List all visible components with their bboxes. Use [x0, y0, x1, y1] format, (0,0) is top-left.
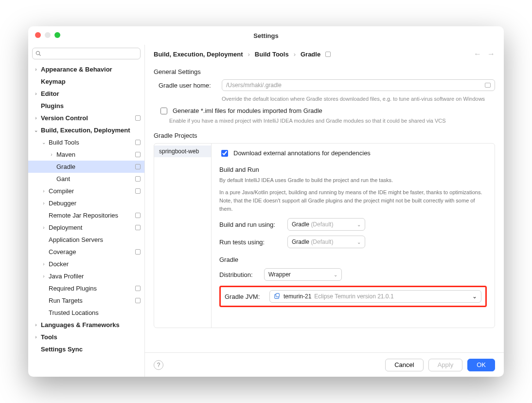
build-using-suffix: (Default) [311, 221, 333, 228]
gradle-projects-title: Gradle Projects [154, 132, 495, 139]
chevron-down-icon: ⌄ [357, 222, 361, 227]
sidebar-item-label: Settings Sync [41, 346, 141, 353]
project-list[interactable]: springboot-web [154, 144, 212, 328]
sidebar-item-version-control[interactable]: ›Version Control [28, 112, 144, 124]
sidebar-item-trusted-locations[interactable]: Trusted Locations [28, 307, 144, 319]
settings-sidebar: ›Appearance & BehaviorKeymap›EditorPlugi… [28, 45, 145, 377]
distribution-select[interactable]: Wrapper ⌄ [264, 268, 342, 281]
chevron-down-icon: ⌄ [357, 239, 361, 245]
sidebar-item-coverage[interactable]: Coverage [28, 246, 144, 258]
generate-iml-hint: Enable if you have a mixed project with … [154, 116, 495, 125]
breadcrumb-1[interactable]: Build Tools [255, 51, 289, 58]
chevron-icon: › [33, 334, 39, 340]
chevron-icon: › [41, 274, 47, 279]
apply-button[interactable]: Apply [428, 359, 463, 371]
folder-icon[interactable] [485, 83, 491, 88]
minimize-icon[interactable] [45, 32, 51, 38]
general-settings-title: General Settings [154, 68, 495, 75]
sidebar-item-settings-sync[interactable]: Settings Sync [28, 343, 144, 355]
distribution-value: Wrapper [268, 271, 291, 278]
sidebar-item-gant[interactable]: Gant [28, 173, 144, 185]
sidebar-item-label: Coverage [49, 248, 135, 256]
scope-icon [135, 213, 141, 218]
sidebar-item-deployment[interactable]: ›Deployment [28, 221, 144, 234]
window-controls [35, 32, 60, 38]
build-using-select[interactable]: Gradle (Default) ⌄ [287, 218, 365, 231]
scope-icon [135, 225, 141, 230]
sidebar-item-maven[interactable]: ›Maven [28, 148, 144, 161]
sidebar-item-tools[interactable]: ›Tools [28, 331, 144, 343]
sidebar-item-keymap[interactable]: Keymap [28, 75, 144, 88]
chevron-down-icon: ⌄ [334, 272, 337, 277]
download-annotations-checkbox[interactable] [221, 150, 228, 157]
gradle-user-home-input[interactable]: /Users/mrhaki/.gradle [222, 79, 495, 91]
forward-icon[interactable]: → [487, 50, 495, 58]
sidebar-item-build-tools[interactable]: ⌄Build Tools [28, 136, 144, 148]
sidebar-item-label: Run Targets [49, 297, 135, 304]
cancel-button[interactable]: Cancel [385, 359, 423, 371]
sidebar-item-java-profiler[interactable]: ›Java Profiler [28, 270, 144, 282]
chevron-icon: ⌄ [33, 128, 39, 133]
sidebar-item-gradle[interactable]: Gradle [28, 161, 144, 173]
distribution-label: Distribution: [219, 271, 258, 278]
sidebar-item-label: Build Tools [49, 139, 135, 146]
build-run-desc2: In a pure Java/Kotlin project, building … [219, 188, 487, 213]
scope-icon [135, 188, 141, 194]
scope-icon [135, 115, 141, 121]
search-input[interactable] [32, 48, 141, 59]
sidebar-item-label: Remote Jar Repositories [49, 212, 135, 219]
generate-iml-checkbox[interactable] [160, 108, 167, 114]
sidebar-item-label: Compiler [49, 187, 135, 195]
scope-icon [325, 52, 331, 57]
scope-icon [135, 164, 141, 169]
sidebar-item-application-servers[interactable]: Application Servers [28, 234, 144, 246]
sidebar-item-docker[interactable]: ›Docker [28, 258, 144, 270]
sidebar-item-run-targets[interactable]: Run Targets [28, 294, 144, 307]
sidebar-item-label: Required Plugins [49, 285, 135, 292]
scope-icon [135, 152, 141, 157]
settings-tree[interactable]: ›Appearance & BehaviorKeymap›EditorPlugi… [28, 61, 144, 377]
sidebar-item-label: Docker [49, 260, 141, 268]
gradle-user-home-hint: Override the default location where Grad… [222, 94, 485, 103]
sidebar-item-appearance-behavior[interactable]: ›Appearance & Behavior [28, 63, 144, 75]
build-using-label: Build and run using: [219, 221, 282, 228]
gradle-user-home-label: Gradle user home: [154, 82, 215, 89]
sidebar-item-languages-frameworks[interactable]: ›Languages & Frameworks [28, 319, 144, 331]
sidebar-item-remote-jar-repositories[interactable]: Remote Jar Repositories [28, 209, 144, 221]
search-field[interactable] [43, 50, 137, 57]
sidebar-item-label: Application Servers [49, 236, 141, 243]
chevron-icon: › [33, 91, 39, 96]
close-icon[interactable] [35, 32, 41, 38]
gradle-jvm-value: temurin-21 [284, 293, 311, 300]
sidebar-item-label: Gant [56, 175, 135, 183]
sidebar-item-build-execution-deployment[interactable]: ⌄Build, Execution, Deployment [28, 124, 144, 136]
run-tests-label: Run tests using: [219, 238, 282, 246]
breadcrumb: Build, Execution, Deployment › Build Too… [145, 45, 504, 63]
project-item[interactable]: springboot-web [154, 146, 211, 157]
breadcrumb-0[interactable]: Build, Execution, Deployment [154, 51, 243, 58]
sidebar-item-label: Plugins [41, 102, 141, 110]
chevron-icon: › [33, 115, 39, 121]
run-tests-select[interactable]: Gradle (Default) ⌄ [287, 236, 365, 248]
ok-button[interactable]: OK [467, 359, 495, 371]
gradle-user-home-value: /Users/mrhaki/.gradle [226, 82, 282, 89]
help-icon[interactable]: ? [154, 360, 163, 370]
sidebar-item-debugger[interactable]: ›Debugger [28, 197, 144, 209]
sidebar-item-compiler[interactable]: ›Compiler [28, 185, 144, 197]
maximize-icon[interactable] [54, 32, 60, 38]
search-icon [35, 51, 41, 56]
build-run-desc1: By default IntelliJ IDEA uses Gradle to … [219, 176, 487, 184]
back-icon[interactable]: ← [474, 50, 481, 58]
chevron-icon: › [33, 322, 39, 328]
sidebar-item-plugins[interactable]: Plugins [28, 100, 144, 112]
scope-icon [135, 249, 141, 255]
scope-icon [135, 298, 141, 303]
generate-iml-label: Generate *.iml files for modules importe… [173, 107, 322, 114]
sidebar-item-editor[interactable]: ›Editor [28, 88, 144, 100]
sidebar-item-label: Deployment [49, 224, 135, 231]
download-annotations-label: Download external annotations for depend… [233, 149, 371, 157]
breadcrumb-2[interactable]: Gradle [301, 51, 320, 58]
titlebar: Settings [28, 26, 504, 45]
gradle-jvm-select[interactable]: temurin-21 Eclipse Temurin version 21.0.… [269, 290, 481, 303]
sidebar-item-required-plugins[interactable]: Required Plugins [28, 282, 144, 294]
